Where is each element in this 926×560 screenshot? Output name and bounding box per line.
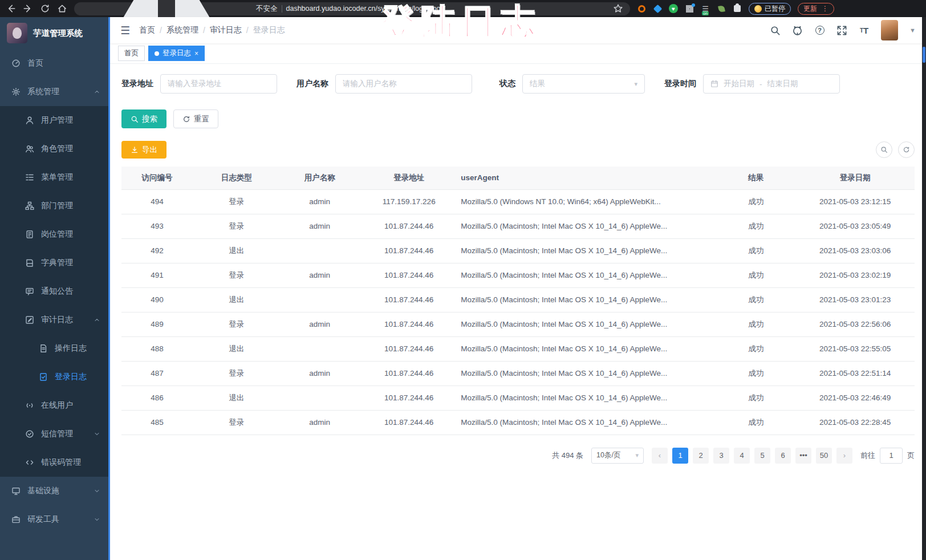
browser-forward-icon[interactable]	[23, 3, 33, 14]
cell: 成功	[716, 238, 795, 263]
online-icon	[25, 401, 34, 410]
page-button-50[interactable]: 50	[816, 448, 832, 464]
sidebar-item-infrastructure[interactable]: 基础设施	[0, 477, 108, 505]
fullscreen-icon[interactable]	[836, 25, 847, 36]
page-button-6[interactable]: 6	[775, 448, 791, 464]
app-logo[interactable]: 芋道管理系统	[0, 17, 108, 49]
table-row[interactable]: 494登录admin117.159.17.226Mozilla/5.0 (Win…	[121, 189, 915, 214]
table-row[interactable]: 491登录admin101.87.244.46Mozilla/5.0 (Maci…	[121, 263, 915, 287]
cell: 489	[121, 312, 193, 336]
sidebar-item-system-mgmt[interactable]: 系统管理	[0, 78, 108, 106]
table-row[interactable]: 485登录admin101.87.244.46Mozilla/5.0 (Maci…	[121, 410, 915, 435]
breadcrumb-item[interactable]: 系统管理	[166, 25, 198, 35]
zoom-table-button[interactable]	[876, 141, 892, 158]
refresh-table-button[interactable]	[898, 141, 915, 158]
search-button[interactable]: 搜索	[121, 109, 166, 128]
sidebar-item-error-code-mgmt[interactable]: 错误码管理	[0, 448, 108, 477]
next-page-button[interactable]: ›	[836, 448, 852, 464]
export-button[interactable]: 导出	[121, 141, 166, 159]
hamburger-icon[interactable]: ☰	[120, 24, 130, 37]
sidebar-item-notice[interactable]: 通知公告	[0, 277, 108, 306]
extension-orange-icon[interactable]	[637, 4, 646, 13]
sidebar-item-dict-mgmt[interactable]: 字典管理	[0, 249, 108, 277]
browser-scrollbar[interactable]	[922, 17, 926, 560]
extension-gem-icon[interactable]	[653, 4, 662, 13]
tab-首页[interactable]: 首页	[118, 46, 145, 61]
username-input[interactable]: 请输入用户名称	[335, 74, 472, 94]
jump-prefix: 前往	[860, 451, 875, 461]
active-dot-icon	[155, 51, 159, 56]
users-icon	[25, 144, 34, 153]
github-icon[interactable]	[792, 25, 803, 36]
search-icon[interactable]	[770, 25, 781, 36]
column-header: 日志类型	[193, 167, 280, 189]
emoji-icon	[754, 5, 762, 13]
login-address-input[interactable]: 请输入登录地址	[160, 74, 277, 94]
tab-登录日志[interactable]: 登录日志×	[148, 46, 205, 61]
font-size-icon[interactable]: TT	[859, 25, 870, 36]
page-button-5[interactable]: 5	[754, 448, 770, 464]
sidebar-item-audit-log[interactable]: 审计日志	[0, 306, 108, 334]
sidebar-item-dept-mgmt[interactable]: 部门管理	[0, 192, 108, 220]
user-avatar[interactable]	[881, 20, 898, 40]
sidebar-item-role-mgmt[interactable]: 角色管理	[0, 135, 108, 163]
cell: 登录	[193, 312, 280, 336]
sidebar-item-sms-mgmt[interactable]: 短信管理	[0, 420, 108, 448]
sidebar-item-user-mgmt[interactable]: 用户管理	[0, 106, 108, 135]
bookmark-star-icon[interactable]	[613, 3, 623, 14]
column-header: 登录日期	[795, 167, 915, 189]
browser-reload-icon[interactable]	[40, 3, 50, 14]
sidebar-item-post-mgmt[interactable]: 岗位管理	[0, 220, 108, 249]
close-icon[interactable]: ×	[194, 50, 198, 58]
cell: 101.87.244.46	[359, 336, 458, 361]
table-row[interactable]: 490退出101.87.244.46Mozilla/5.0 (Macintosh…	[121, 287, 915, 312]
help-icon[interactable]: ?	[814, 25, 825, 36]
browser-home-icon[interactable]	[57, 3, 67, 14]
cell: admin	[280, 410, 359, 435]
sidebar-item-online-users[interactable]: 在线用户	[0, 391, 108, 420]
cell: 2021-05-03 22:46:49	[795, 385, 915, 410]
scrollbar-thumb[interactable]	[923, 47, 925, 63]
extension-grid-icon[interactable]	[685, 4, 694, 13]
table-row[interactable]: 488退出101.87.244.46Mozilla/5.0 (Macintosh…	[121, 336, 915, 361]
page-button-1[interactable]: 1	[672, 448, 688, 464]
edit-icon	[25, 315, 34, 324]
table-row[interactable]: 486退出101.87.244.46Mozilla/5.0 (Macintosh…	[121, 385, 915, 410]
browser-back-icon[interactable]	[6, 3, 16, 14]
update-button[interactable]: 更新 ⋮	[798, 3, 834, 15]
breadcrumb-item[interactable]: 审计日志	[210, 25, 242, 35]
table-row[interactable]: 489登录admin101.87.244.46Mozilla/5.0 (Maci…	[121, 312, 915, 336]
extension-leaf-icon[interactable]	[717, 4, 726, 13]
page-button-3[interactable]: 3	[713, 448, 729, 464]
breadcrumb-item[interactable]: 首页	[139, 25, 155, 35]
chevron-down-icon[interactable]: ▼	[909, 27, 916, 34]
prev-page-button[interactable]: ‹	[652, 448, 668, 464]
table-row[interactable]: 492退出101.87.244.46Mozilla/5.0 (Macintosh…	[121, 238, 915, 263]
kebab-menu-icon[interactable]: ⋮	[822, 5, 828, 13]
reset-button[interactable]: 重置	[173, 109, 218, 128]
sidebar-item-label: 研发工具	[27, 514, 87, 525]
cell: admin	[280, 263, 359, 287]
extension-green-icon[interactable]: ♥	[669, 4, 678, 13]
page-button-2[interactable]: 2	[693, 448, 709, 464]
sidebar-item-menu-mgmt[interactable]: 菜单管理	[0, 163, 108, 192]
sidebar-item-operate-log[interactable]: 操作日志	[0, 334, 108, 363]
cell: 2021-05-03 23:05:49	[795, 214, 915, 238]
paused-extension-badge[interactable]: 已暂停	[749, 3, 791, 15]
extensions-puzzle-icon[interactable]	[733, 4, 742, 13]
more-pages-button[interactable]: •••	[795, 448, 811, 464]
sidebar-item-home[interactable]: 首页	[0, 49, 108, 78]
page-button-4[interactable]: 4	[734, 448, 750, 464]
cell: 登录	[193, 410, 280, 435]
date-range-picker[interactable]: 开始日期 - 结束日期	[703, 74, 840, 94]
sidebar-item-login-log[interactable]: 登录日志	[0, 363, 108, 391]
address-bar[interactable]: 不安全 dashboard.yudao.iocoder.cn/system/lo…	[74, 2, 630, 15]
sidebar-item-label: 基础设施	[27, 486, 87, 496]
sidebar-item-dev-tools[interactable]: 研发工具	[0, 505, 108, 534]
jump-page-input[interactable]: 1	[880, 448, 903, 464]
table-row[interactable]: 487登录admin101.87.244.46Mozilla/5.0 (Maci…	[121, 361, 915, 385]
page-size-select[interactable]: 10条/页 ▾	[591, 448, 644, 464]
extension-list-icon[interactable]: ☰	[701, 4, 710, 13]
status-select[interactable]: 结果 ▾	[522, 74, 645, 94]
table-row[interactable]: 493登录admin101.87.244.46Mozilla/5.0 (Maci…	[121, 214, 915, 238]
